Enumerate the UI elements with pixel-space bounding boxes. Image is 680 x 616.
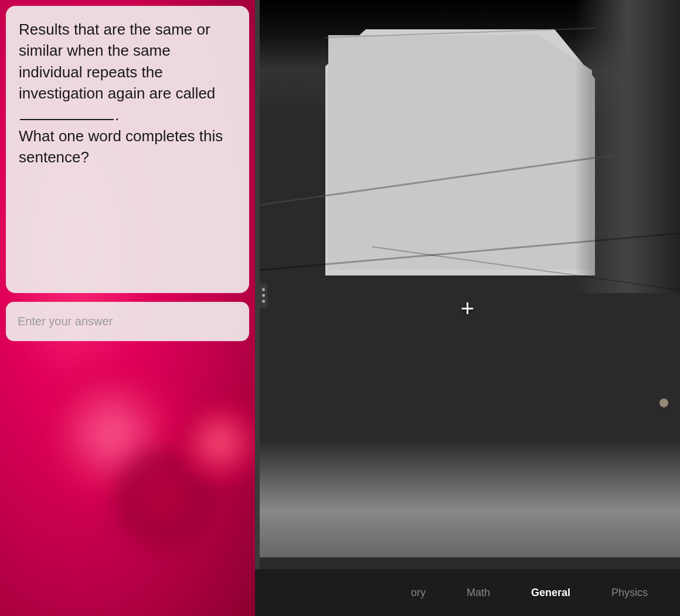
right-panel: + ory Math General Physics xyxy=(255,0,680,616)
nav-item-general[interactable]: General xyxy=(511,587,591,599)
right-dark-bg xyxy=(574,0,680,293)
question-period: . xyxy=(115,106,119,124)
vertical-divider xyxy=(255,0,260,616)
three-dots-menu[interactable] xyxy=(260,284,267,308)
small-decorative-circle xyxy=(659,399,668,407)
answer-input-container xyxy=(6,302,249,341)
question-part-1: Results that are the same or similar whe… xyxy=(19,21,215,102)
answer-input[interactable] xyxy=(6,302,249,341)
plus-icon: + xyxy=(461,297,474,320)
question-card: Results that are the same or similar whe… xyxy=(6,6,249,293)
add-button[interactable]: + xyxy=(453,294,482,323)
dot-1 xyxy=(262,288,265,291)
dot-3 xyxy=(262,300,265,303)
nav-item-physics[interactable]: Physics xyxy=(591,587,668,599)
question-part-2: What one word completes this sentence? xyxy=(19,127,223,166)
left-panel: Results that are the same or similar whe… xyxy=(0,0,255,616)
dot-2 xyxy=(262,294,265,297)
bottom-navigation: ory Math General Physics xyxy=(255,569,680,616)
nav-item-ory[interactable]: ory xyxy=(390,587,446,599)
white-shape-inner xyxy=(328,35,592,270)
nav-item-math[interactable]: Math xyxy=(446,587,511,599)
question-text: Results that are the same or similar whe… xyxy=(19,19,236,168)
blank-line xyxy=(20,119,114,120)
floor-bottom xyxy=(255,440,680,557)
